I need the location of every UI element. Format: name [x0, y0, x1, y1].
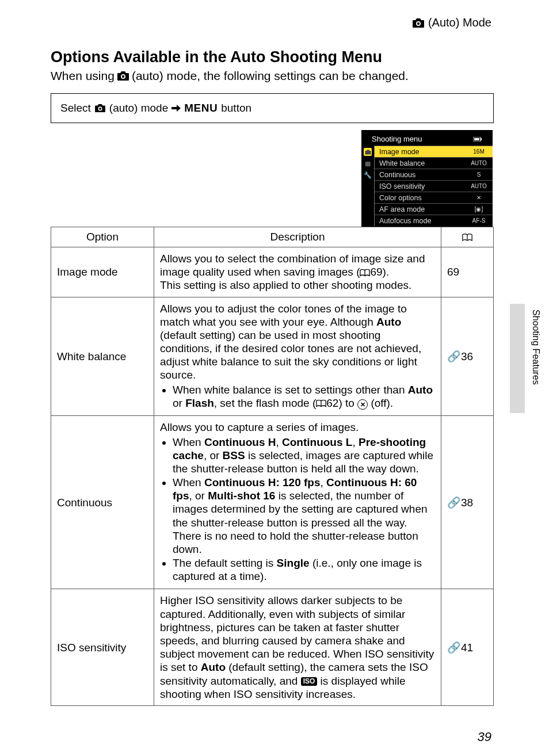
option-ref: 🔗38 [441, 416, 494, 589]
camera-icon [412, 18, 425, 28]
svg-point-5 [99, 108, 101, 110]
option-name: White balance [51, 297, 154, 416]
link-icon: 🔗 [447, 350, 461, 362]
screen-item-label: Image mode [379, 148, 419, 156]
option-name: Image mode [51, 247, 154, 297]
book-icon [462, 233, 472, 242]
intro-text: When using (auto) mode, the following se… [51, 69, 409, 83]
table-header-row: Option Description [51, 227, 494, 247]
section-title: Options Available in the Auto Shooting M… [51, 48, 382, 66]
option-ref: 🔗41 [441, 589, 494, 705]
side-tab [510, 304, 525, 413]
screen-menu-item: Image mode16M [375, 146, 493, 157]
screen-item-value: AF-S [471, 217, 487, 224]
camera-tab-icon [364, 148, 372, 156]
bullet-list: When Continuous H, Continuous L, Pre-sho… [160, 436, 435, 583]
intro-pre: When using [51, 69, 115, 83]
page-number: 39 [478, 730, 491, 744]
screen-body: ▦ 🔧 Image mode16MWhite balanceAUTOContin… [361, 146, 493, 226]
screen-item-value: S [471, 171, 487, 178]
col-option: Option [51, 227, 154, 247]
screen-item-label: ISO sensitivity [379, 182, 425, 190]
screen-menu-item: ISO sensitivityAUTO [375, 180, 493, 192]
list-item: The default setting is Single (i.e., onl… [173, 556, 435, 583]
header-mode: (Auto) Mode [412, 16, 491, 29]
select-post: button [221, 102, 251, 114]
setup-tab-icon: 🔧 [364, 171, 372, 179]
option-description: Allows you to select the combination of … [154, 247, 441, 297]
screen-item-label: White balance [379, 159, 425, 167]
select-mid: (auto) mode [109, 102, 168, 114]
screen-item-label: Continuous [379, 171, 415, 179]
intro-post: (auto) mode, the following settings can … [132, 69, 409, 83]
option-name: ISO sensitivity [51, 589, 154, 705]
option-ref: 🔗36 [441, 297, 494, 416]
svg-rect-7 [481, 138, 482, 140]
screen-menu-item: AF area mode[◉] [375, 203, 493, 215]
link-icon: 🔗 [447, 642, 461, 654]
list-item: When white balance is set to settings ot… [173, 383, 435, 410]
screen-item-value: [◉] [471, 206, 487, 212]
screen-item-label: Color options [379, 194, 422, 202]
screen-menu-item: Autofocus modeAF-S [375, 215, 493, 226]
svg-rect-8 [474, 138, 479, 140]
table-row: Image mode Allows you to select the comb… [51, 247, 494, 297]
menu-button-label: MENU [184, 102, 218, 114]
side-section-label: Shooting Features [531, 310, 541, 385]
book-icon [360, 269, 370, 277]
svg-point-3 [122, 75, 124, 78]
table-row: ISO sensitivity Higher ISO sensitivity a… [51, 589, 494, 705]
option-name: Continuous [51, 416, 154, 589]
screen-menu-item: Color options✕ [375, 192, 493, 203]
screen-item-value: AUTO [471, 183, 487, 189]
screen-item-label: AF area mode [379, 205, 425, 213]
link-icon: 🔗 [447, 497, 461, 509]
camera-icon [117, 71, 129, 81]
screen-item-value: AUTO [471, 160, 487, 166]
screen-tab-icons: ▦ 🔧 [361, 146, 374, 226]
table-row: White balance Allows you to adjust the c… [51, 297, 494, 416]
camera-screen-illustration: Shooting menu ▦ 🔧 Image mode16MWhite bal… [361, 130, 493, 231]
option-description: Allows you to adjust the color tones of … [154, 297, 441, 416]
header-mode-label: (Auto) Mode [428, 16, 491, 29]
arrow-right-icon [171, 104, 181, 112]
col-description: Description [154, 227, 441, 247]
battery-icon [473, 137, 482, 142]
screen-item-label: Autofocus mode [379, 217, 431, 225]
flash-off-icon: ✕ [357, 399, 368, 410]
screen-menu-list: Image mode16MWhite balanceAUTOContinuous… [374, 146, 493, 226]
iso-badge-icon: ISO [301, 677, 318, 686]
select-instruction-box: Select (auto) mode MENU button [51, 93, 494, 123]
screen-title-bar: Shooting menu [361, 132, 493, 146]
manual-page: (Auto) Mode Options Available in the Aut… [0, 0, 549, 756]
screen-item-value: 16M [471, 148, 487, 155]
list-item: When Continuous H: 120 fps, Continuous H… [173, 476, 435, 556]
option-description: Allows you to capture a series of images… [154, 416, 441, 589]
select-pre: Select [60, 102, 91, 114]
col-reference [441, 227, 494, 247]
svg-point-1 [417, 22, 420, 24]
bullet-list: When white balance is set to settings ot… [160, 383, 435, 410]
screen-item-value: ✕ [471, 194, 487, 201]
list-item: When Continuous H, Continuous L, Pre-sho… [173, 436, 435, 476]
table-row: Continuous Allows you to capture a serie… [51, 416, 494, 589]
playback-tab-icon: ▦ [364, 159, 372, 167]
camera-icon [94, 104, 106, 113]
screen-title: Shooting menu [372, 135, 422, 143]
option-ref: 69 [441, 247, 494, 297]
book-icon [316, 400, 326, 407]
option-description: Higher ISO sensitivity allows darker sub… [154, 589, 441, 705]
screen-menu-item: White balanceAUTO [375, 157, 493, 169]
screen-menu-item: ContinuousS [375, 169, 493, 180]
options-table: Option Description Image mode Allows you… [51, 227, 494, 706]
